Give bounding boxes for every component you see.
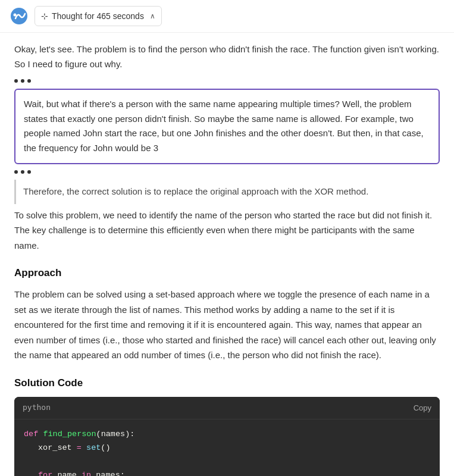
copy-button[interactable]: Copy xyxy=(414,403,431,412)
thought-label: Thought for 465 seconds xyxy=(52,10,144,23)
dot xyxy=(27,170,31,174)
app-logo-icon xyxy=(10,7,29,26)
code-lang-label: python xyxy=(23,402,51,414)
solution-code-heading: Solution Code xyxy=(14,375,440,391)
dots-row-1 xyxy=(14,79,440,83)
code-block-header: python Copy xyxy=(14,397,440,419)
approach-heading: Approach xyxy=(14,265,440,281)
main-content: Okay, let's see. The problem is to find … xyxy=(0,33,454,476)
highlighted-thought-text: Wait, but what if there's a person with … xyxy=(24,99,424,153)
quoted-text-content: Therefore, the correct solution is to re… xyxy=(23,186,368,196)
dot xyxy=(21,170,24,174)
body-intro-text: To solve this problem, we need to identi… xyxy=(14,208,440,253)
chevron-up-icon: ∧ xyxy=(150,11,155,22)
code-block: python Copy def find_person(names): xor_… xyxy=(14,397,440,476)
dots-row-2 xyxy=(14,170,440,174)
intro-paragraph: Okay, let's see. The problem is to find … xyxy=(14,42,440,72)
header: ⊹ Thought for 465 seconds ∧ xyxy=(0,0,454,33)
thought-badge[interactable]: ⊹ Thought for 465 seconds ∧ xyxy=(35,6,162,26)
svg-point-1 xyxy=(14,14,17,17)
dot xyxy=(21,79,24,83)
approach-body-text: The problem can be solved using a set-ba… xyxy=(14,287,440,363)
svg-point-0 xyxy=(11,8,27,24)
quoted-conclusion: Therefore, the correct solution is to re… xyxy=(14,180,440,204)
highlighted-thought-box: Wait, but what if there's a person with … xyxy=(14,89,440,164)
dot xyxy=(27,79,31,83)
dot xyxy=(14,79,18,83)
code-body: def find_person(names): xor_set = set() … xyxy=(14,419,440,476)
dot xyxy=(14,170,18,174)
spark-icon: ⊹ xyxy=(41,10,48,23)
